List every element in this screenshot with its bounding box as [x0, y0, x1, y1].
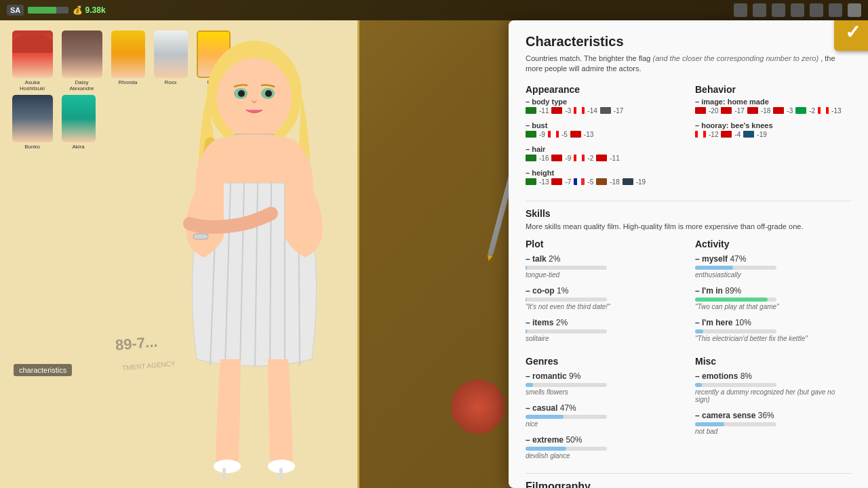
romantic-bar [526, 383, 533, 387]
skill-items: – items 2% solitaire [526, 316, 682, 342]
hooray-label: – hooray: bee's knees [695, 121, 851, 129]
genres-misc-row: Genres – romantic 9% smells flowers – ca… [526, 356, 851, 465]
casual-bar [526, 415, 564, 419]
actor-image-1 [12, 30, 53, 78]
actors-row-2: Bunko Akira [0, 95, 357, 150]
flag-3-img [747, 107, 758, 114]
bust-group: – bust -9 -5 -13 [526, 121, 682, 138]
actor-thumb-4[interactable]: Roxx [152, 30, 189, 92]
flag-4-3 [596, 155, 607, 161]
actor-thumb-5[interactable]: Baby [195, 30, 232, 92]
myself-bar-wrap [695, 266, 776, 270]
filmography-title: Filmography [526, 481, 851, 488]
appearance-title: Appearance [526, 84, 682, 95]
behavior-title: Behavior [695, 84, 851, 95]
appearance-col: Appearance – body type -11 -3 -14 -17 – … [526, 84, 682, 192]
extreme-bar-wrap [526, 447, 607, 451]
tb-icon-4[interactable] [791, 3, 804, 17]
actors-row: AsukaHoshitsuki DaisyAlexandre Rhonda Ro… [0, 20, 357, 95]
body-type-flags: -11 -3 -14 -17 [526, 107, 682, 115]
actor-name-4: Roxx [164, 79, 176, 85]
camera-bar-wrap [695, 422, 776, 426]
image-label: – image: home made [695, 98, 851, 106]
emotions-bar [695, 383, 702, 387]
skill-camera: – camera sense 36% not bad [695, 409, 851, 435]
actor-thumb-3[interactable]: Rhonda [109, 30, 146, 92]
height-label: – height [526, 169, 682, 177]
talk-bar-wrap [526, 266, 607, 270]
plot-title: Plot [526, 239, 682, 249]
check-icon: ✓ [845, 21, 861, 43]
actor-hair-1 [12, 34, 53, 53]
image-flags: -20 -17 -18 -3 -2 -13 [695, 107, 851, 115]
flag-red-2 [570, 131, 581, 138]
body-type-label: – body type [526, 98, 682, 106]
genres-col: Genres – romantic 9% smells flowers – ca… [526, 356, 682, 465]
subtitle-main: Countries match. The brighter the flag [526, 54, 650, 62]
skills-subtitle: More skills mean quality film. High-qual… [526, 222, 851, 232]
skills-title: Skills [526, 208, 851, 219]
image-group: – image: home made -20 -17 -18 -3 -2 -13 [695, 98, 851, 115]
actor-thumb-2[interactable]: DaisyAlexandre [60, 30, 104, 92]
imhere-bar-wrap [695, 329, 776, 333]
panel-subtitle: Countries match. The brighter the flag (… [526, 54, 851, 75]
misc-title: Misc [695, 356, 851, 367]
skill-romantic: – romantic 9% smells flowers [526, 369, 682, 396]
actor-thumb-1[interactable]: AsukaHoshitsuki [10, 30, 54, 92]
misc-col: Misc – emotions 8% recently a dummy reco… [695, 356, 851, 465]
height-group: – height -13 -7 -5 -18 -19 [526, 169, 682, 186]
flag-us-3 [526, 155, 536, 161]
gear-icon[interactable] [848, 3, 861, 17]
flag-us-2 [526, 131, 536, 138]
flag-ca-3 [574, 155, 585, 161]
talk-bar [526, 266, 527, 270]
tb-icon-6[interactable] [829, 3, 842, 17]
flag-ca-1 [574, 107, 585, 114]
tb-icon-2[interactable] [753, 3, 766, 17]
bust-label: – bust [526, 121, 682, 129]
coop-bar-wrap [526, 298, 607, 302]
skill-talk: – talk 2% tongue-tied [526, 252, 682, 279]
skill-imhere: – I'm here 10% "This electrician'd bette… [695, 316, 851, 342]
flag-1-img [695, 107, 706, 114]
skill-emotions: – emotions 8% recently a dummy recognize… [695, 369, 851, 403]
romantic-bar-wrap [526, 383, 607, 387]
characteristics-panel: ✓ Characteristics Countries match. The b… [509, 20, 868, 488]
hooray-group: – hooray: bee's knees -12 -4 -19 [695, 121, 851, 138]
flag-4-img [773, 107, 784, 114]
agency-panel: AsukaHoshitsuki DaisyAlexandre Rhonda Ro… [0, 20, 359, 488]
flag-mx-3 [551, 155, 562, 161]
body-type-group: – body type -11 -3 -14 -17 [526, 98, 682, 115]
activity-col: Activity – myself 47% enthusiastically –… [695, 239, 851, 348]
flag-us-4 [526, 178, 536, 185]
emotions-bar-wrap [695, 383, 776, 387]
hair-flags: -16 -9 -2 -11 [526, 155, 682, 162]
tb-icon-1[interactable] [734, 3, 747, 17]
actor-image-4 [154, 30, 188, 78]
money-display: 💰 9.38k [73, 5, 105, 15]
items-bar-wrap [526, 329, 607, 333]
actor-thumb-7[interactable]: Akira [60, 95, 97, 150]
panel-title: Characteristics [526, 34, 851, 49]
actor-name-5: Baby [207, 79, 219, 85]
hooray-flags: -12 -4 -19 [695, 131, 851, 138]
actor-thumb-6[interactable]: Bunko [10, 95, 54, 150]
genres-title: Genres [526, 356, 682, 367]
myself-bar [695, 266, 733, 270]
flag-es-4 [551, 178, 562, 185]
imhere-bar [695, 329, 703, 333]
appearance-behavior-row: Appearance – body type -11 -3 -14 -17 – … [526, 84, 851, 192]
hair-label: – hair [526, 145, 682, 153]
actor-image-5 [197, 30, 231, 78]
actor-name-6: Bunko [24, 144, 40, 150]
tb-icon-5[interactable] [810, 3, 823, 17]
actor-image-6 [12, 95, 53, 142]
actor-name-7: Akira [72, 144, 84, 150]
check-button[interactable]: ✓ [834, 20, 868, 51]
actor-image-3 [111, 30, 145, 78]
actor-name-3: Rhonda [118, 79, 137, 85]
tb-icon-3[interactable] [772, 3, 785, 17]
actor-image-2 [62, 30, 102, 78]
health-bar [28, 7, 68, 14]
skills-row: Plot – talk 2% tongue-tied – co-op 1% "I… [526, 239, 851, 348]
